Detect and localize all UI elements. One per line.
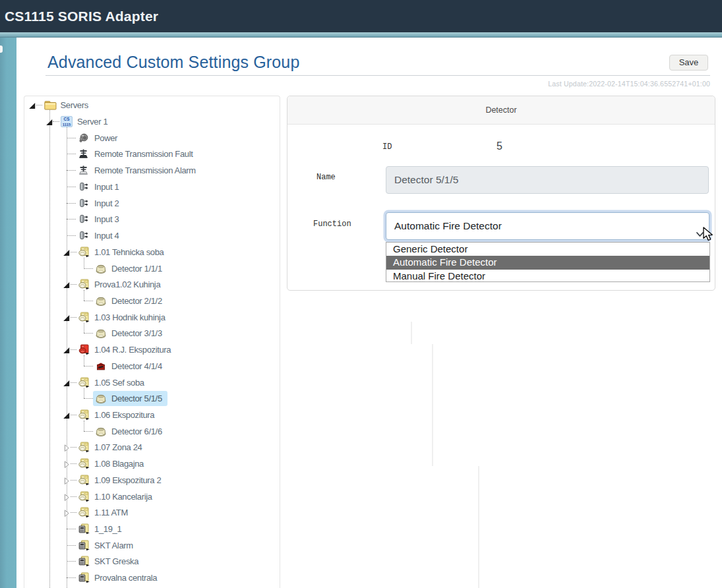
tree-node-label[interactable]: Servers [61,100,88,110]
tree-node-label[interactable]: SKT Alarm [94,540,133,550]
tree-node-label[interactable]: 1_19_1 [94,524,121,534]
tree-node-label[interactable]: 1.03 Hodnik kuhinja [94,312,165,322]
tree-expander-collapsed[interactable] [63,492,71,500]
tree: Servers CS 1115 Server 1 Power Remote Tr… [0,0,722,588]
tree-expander-expanded[interactable] [63,345,71,354]
tree-node-label[interactable]: 1.08 Blagajna [94,459,144,469]
rtfault-icon [78,148,89,160]
detectorred-icon [95,360,106,371]
zonered-icon [78,344,89,355]
tree-node-label[interactable]: Detector 4/1/4 [111,361,162,370]
tree-expander-expanded[interactable] [63,247,71,256]
tree-node-label[interactable]: Input 4 [94,231,119,241]
tree-expander-collapsed[interactable] [63,443,71,452]
tree-node-label[interactable]: Detector 5/1/5 [111,394,162,403]
zone-icon [78,279,89,290]
zone-icon [78,474,89,485]
mouse-cursor [703,227,717,245]
input-icon [78,181,89,192]
tree-node-label[interactable]: Remote Transmission Alarm [94,165,196,175]
power-icon [78,132,89,143]
tree-node-label[interactable]: 1.09 Ekspozitura 2 [94,475,161,485]
tree-node-label[interactable]: Detector 1/1/1 [111,263,162,273]
input-icon [78,230,89,241]
tree-node-label[interactable]: 1.04 R.J. Ekspozitura [94,345,171,355]
zone-icon [78,246,89,257]
tree-node-label[interactable]: Detector 6/1/6 [111,426,162,436]
zone-icon [78,376,89,388]
zone-icon [78,311,89,322]
tree-node-label[interactable]: Server 1 [77,117,107,127]
tree-expander-collapsed[interactable] [63,475,71,484]
teal-band [0,32,722,38]
cs1115-icon: CS 1115 [61,116,72,127]
input-icon [78,197,89,208]
left-strip [0,32,16,588]
tree-node-label[interactable]: Prova1.02 Kuhinja [94,279,160,289]
tree-node-label[interactable]: 1.01 Tehnicka soba [94,247,164,256]
tree-node-label[interactable]: Remote Transmission Fault [94,149,193,159]
detector-icon [95,262,106,274]
tree-node-label[interactable]: Input 3 [94,214,119,224]
tree-expander-expanded[interactable] [63,312,71,321]
tree-node-label[interactable]: Input 1 [94,181,119,191]
folder-icon [44,100,55,111]
tree-node-label[interactable]: Power [94,132,117,142]
tree-node-label[interactable]: 1.10 Kancelarija [94,491,152,501]
panel-icon [78,572,89,583]
tree-node-label[interactable]: Detector 3/1/3 [111,328,162,338]
tree-node-label[interactable]: 1.11 ATM [94,508,128,517]
tree-expander-collapsed[interactable] [63,508,71,517]
tree-node-label[interactable]: 1.07 Zona 24 [94,442,142,452]
app-title: CS1115 SORIS Adapter [5,0,158,32]
panel-icon [78,556,89,567]
panel-icon [78,539,89,550]
tree-expander-collapsed[interactable] [63,459,71,468]
tree-expander-expanded[interactable] [28,101,37,109]
zone-icon [78,490,89,502]
detector-icon [95,328,106,339]
tree-expander-expanded[interactable] [63,410,71,419]
detector-icon [95,425,106,436]
zone-icon [78,458,89,469]
zone-icon [78,442,89,453]
svg-text:1115: 1115 [63,123,71,127]
zone-icon [78,507,89,518]
rtalarm-icon [78,165,89,176]
tree-node-label[interactable]: Provalna centrala [94,573,157,583]
app-header: CS1115 SORIS Adapter [0,0,722,32]
tree-node-label[interactable]: Detector 2/1/2 [111,295,162,305]
tree-expander-expanded[interactable] [63,378,71,386]
detector-icon [95,393,106,404]
tree-node-label[interactable]: Input 2 [94,198,119,208]
tree-node-label[interactable]: SKT Greska [94,556,138,566]
svg-text:CS: CS [64,117,71,121]
tree-node-label[interactable]: 1.06 Ekspozitura [94,409,154,419]
tree-expander-expanded[interactable] [63,280,71,289]
tree-node-label[interactable]: 1.05 Sef soba [94,377,144,387]
left-notch [0,45,3,53]
panel-icon [78,523,89,535]
zone-icon [78,409,89,420]
detector-icon [95,295,106,306]
tree-expander-expanded[interactable] [45,117,54,126]
input-icon [78,214,89,225]
